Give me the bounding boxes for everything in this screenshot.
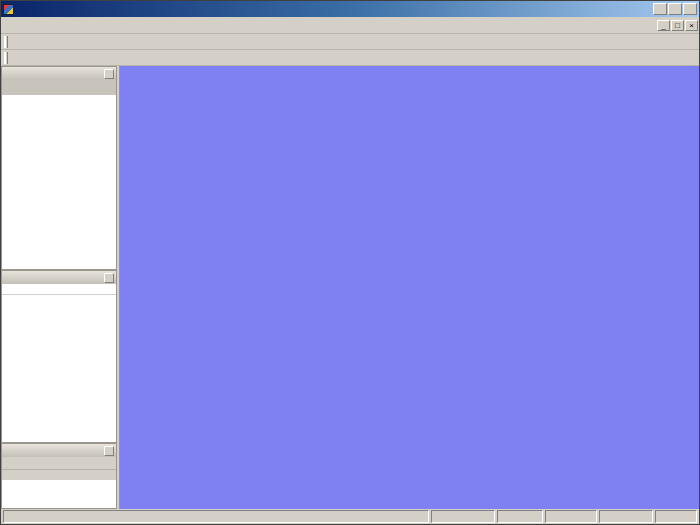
close-button[interactable] <box>683 3 697 15</box>
toolbar-grip[interactable] <box>4 52 8 64</box>
entities-close-icon[interactable] <box>104 69 114 79</box>
properties-grid <box>2 295 116 442</box>
3d-viewport[interactable] <box>120 66 699 509</box>
selection-set-panel <box>1 443 117 509</box>
app-icon <box>3 4 14 15</box>
3d-viewport-canvas[interactable] <box>120 66 699 509</box>
selection-panel-header[interactable] <box>2 444 116 457</box>
properties-close-icon[interactable] <box>104 273 114 283</box>
status-bar <box>1 509 699 524</box>
title-bar[interactable] <box>1 1 699 17</box>
selection-toolbar <box>2 457 116 470</box>
selection-close-icon[interactable] <box>104 446 114 456</box>
status-radius <box>599 510 653 523</box>
selection-column-headers <box>2 470 116 480</box>
entities-panel <box>1 66 117 270</box>
mdi-close-button[interactable]: × <box>685 20 698 31</box>
toolbar-entities <box>1 50 699 66</box>
properties-panel <box>1 270 117 443</box>
status-tilt <box>655 510 697 523</box>
app-window: _ □ × <box>0 0 700 525</box>
selection-list <box>2 480 116 508</box>
maximize-button[interactable] <box>668 3 682 15</box>
properties-panel-header[interactable] <box>2 271 116 284</box>
entities-panel-header[interactable] <box>2 67 116 80</box>
status-lat <box>497 510 543 523</box>
mdi-minimize-button[interactable]: _ <box>657 20 670 31</box>
status-help-text <box>3 510 429 523</box>
entities-tabs <box>2 80 116 95</box>
menu-bar: _ □ × <box>1 17 699 34</box>
minimize-button[interactable] <box>653 3 667 15</box>
status-lon <box>545 510 597 523</box>
mdi-restore-button[interactable]: □ <box>671 20 684 31</box>
left-panel-column <box>1 66 117 509</box>
entities-tree <box>2 95 116 269</box>
properties-type-header <box>2 284 116 295</box>
status-layer <box>431 510 495 523</box>
toolbar-standard <box>1 34 699 50</box>
toolbar-grip[interactable] <box>4 36 8 48</box>
